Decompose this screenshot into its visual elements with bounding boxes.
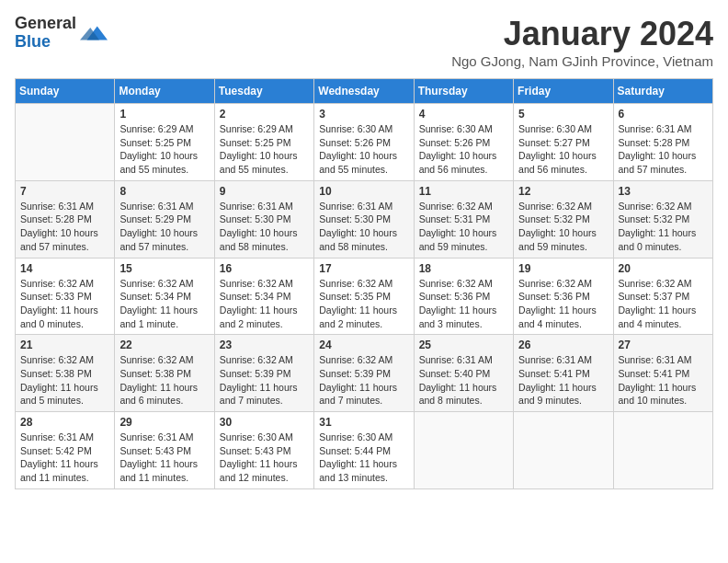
calendar-cell: 7Sunrise: 6:31 AM Sunset: 5:28 PM Daylig… <box>16 180 115 258</box>
day-info: Sunrise: 6:31 AM Sunset: 5:41 PM Dayligh… <box>518 353 608 408</box>
logo-blue-text: Blue <box>15 33 76 52</box>
page-header: General Blue January 2024 Ngo GJong, Nam… <box>15 15 713 69</box>
calendar-cell <box>613 412 712 489</box>
logo: General Blue <box>15 15 108 52</box>
day-number: 21 <box>20 339 109 351</box>
day-info: Sunrise: 6:32 AM Sunset: 5:39 PM Dayligh… <box>220 353 309 408</box>
day-info: Sunrise: 6:32 AM Sunset: 5:38 PM Dayligh… <box>20 353 109 408</box>
day-header-monday: Monday <box>115 79 214 104</box>
day-info: Sunrise: 6:32 AM Sunset: 5:31 PM Dayligh… <box>419 200 508 254</box>
day-number: 3 <box>319 108 408 121</box>
day-info: Sunrise: 6:32 AM Sunset: 5:34 PM Dayligh… <box>220 277 309 331</box>
calendar-cell: 1Sunrise: 6:29 AM Sunset: 5:25 PM Daylig… <box>115 104 214 181</box>
day-number: 26 <box>518 339 608 351</box>
calendar-cell <box>514 412 613 489</box>
month-title: January 2024 <box>451 15 713 53</box>
calendar-cell: 21Sunrise: 6:32 AM Sunset: 5:38 PM Dayli… <box>16 335 115 412</box>
day-number: 23 <box>220 339 309 351</box>
day-info: Sunrise: 6:31 AM Sunset: 5:42 PM Dayligh… <box>20 431 109 485</box>
day-number: 28 <box>20 416 109 429</box>
calendar-cell: 5Sunrise: 6:30 AM Sunset: 5:27 PM Daylig… <box>514 104 613 181</box>
calendar-cell: 30Sunrise: 6:30 AM Sunset: 5:43 PM Dayli… <box>214 412 313 489</box>
calendar-cell: 17Sunrise: 6:32 AM Sunset: 5:35 PM Dayli… <box>314 258 414 335</box>
calendar-cell: 11Sunrise: 6:32 AM Sunset: 5:31 PM Dayli… <box>414 180 513 258</box>
day-number: 18 <box>419 262 508 275</box>
day-info: Sunrise: 6:30 AM Sunset: 5:43 PM Dayligh… <box>220 431 309 485</box>
day-info: Sunrise: 6:31 AM Sunset: 5:30 PM Dayligh… <box>220 200 309 254</box>
calendar-week-row: 14Sunrise: 6:32 AM Sunset: 5:33 PM Dayli… <box>16 258 713 335</box>
calendar-table: SundayMondayTuesdayWednesdayThursdayFrid… <box>15 78 713 489</box>
calendar-cell: 23Sunrise: 6:32 AM Sunset: 5:39 PM Dayli… <box>214 335 313 412</box>
day-info: Sunrise: 6:31 AM Sunset: 5:43 PM Dayligh… <box>119 431 209 485</box>
calendar-cell: 24Sunrise: 6:32 AM Sunset: 5:39 PM Dayli… <box>314 335 414 412</box>
location-text: Ngo GJong, Nam GJinh Province, Vietnam <box>451 53 713 69</box>
day-info: Sunrise: 6:31 AM Sunset: 5:29 PM Dayligh… <box>119 200 209 254</box>
day-header-sunday: Sunday <box>16 79 115 104</box>
day-number: 11 <box>419 185 508 198</box>
calendar-cell: 31Sunrise: 6:30 AM Sunset: 5:44 PM Dayli… <box>314 412 414 489</box>
day-number: 8 <box>119 185 209 198</box>
calendar-cell: 3Sunrise: 6:30 AM Sunset: 5:26 PM Daylig… <box>314 104 414 181</box>
day-info: Sunrise: 6:32 AM Sunset: 5:36 PM Dayligh… <box>419 277 508 331</box>
day-number: 30 <box>220 416 309 429</box>
calendar-cell: 25Sunrise: 6:31 AM Sunset: 5:40 PM Dayli… <box>414 335 513 412</box>
day-header-tuesday: Tuesday <box>214 79 313 104</box>
day-number: 13 <box>619 185 708 198</box>
calendar-week-row: 1Sunrise: 6:29 AM Sunset: 5:25 PM Daylig… <box>16 104 713 181</box>
day-number: 9 <box>220 185 309 198</box>
day-number: 10 <box>319 185 408 198</box>
day-info: Sunrise: 6:31 AM Sunset: 5:28 PM Dayligh… <box>20 200 109 254</box>
calendar-week-row: 7Sunrise: 6:31 AM Sunset: 5:28 PM Daylig… <box>16 180 713 258</box>
day-header-wednesday: Wednesday <box>314 79 414 104</box>
day-info: Sunrise: 6:30 AM Sunset: 5:27 PM Dayligh… <box>518 122 608 177</box>
calendar-cell <box>16 104 115 181</box>
calendar-cell: 19Sunrise: 6:32 AM Sunset: 5:36 PM Dayli… <box>514 258 613 335</box>
calendar-cell: 16Sunrise: 6:32 AM Sunset: 5:34 PM Dayli… <box>214 258 313 335</box>
calendar-cell: 4Sunrise: 6:30 AM Sunset: 5:26 PM Daylig… <box>414 104 513 181</box>
calendar-cell: 10Sunrise: 6:31 AM Sunset: 5:30 PM Dayli… <box>314 180 414 258</box>
day-number: 14 <box>20 262 109 275</box>
day-info: Sunrise: 6:31 AM Sunset: 5:28 PM Dayligh… <box>619 122 708 177</box>
day-info: Sunrise: 6:31 AM Sunset: 5:41 PM Dayligh… <box>619 353 708 408</box>
calendar-cell: 22Sunrise: 6:32 AM Sunset: 5:38 PM Dayli… <box>115 335 214 412</box>
calendar-cell: 29Sunrise: 6:31 AM Sunset: 5:43 PM Dayli… <box>115 412 214 489</box>
calendar-cell: 14Sunrise: 6:32 AM Sunset: 5:33 PM Dayli… <box>16 258 115 335</box>
day-info: Sunrise: 6:29 AM Sunset: 5:25 PM Dayligh… <box>119 122 209 177</box>
day-number: 7 <box>20 185 109 198</box>
day-number: 16 <box>220 262 309 275</box>
day-number: 19 <box>518 262 608 275</box>
day-number: 17 <box>319 262 408 275</box>
calendar-cell: 12Sunrise: 6:32 AM Sunset: 5:32 PM Dayli… <box>514 180 613 258</box>
day-info: Sunrise: 6:32 AM Sunset: 5:34 PM Dayligh… <box>119 277 209 331</box>
day-number: 31 <box>319 416 408 429</box>
day-number: 24 <box>319 339 408 351</box>
day-info: Sunrise: 6:32 AM Sunset: 5:39 PM Dayligh… <box>319 353 408 408</box>
day-number: 12 <box>518 185 608 198</box>
day-info: Sunrise: 6:30 AM Sunset: 5:26 PM Dayligh… <box>419 122 508 177</box>
day-number: 27 <box>619 339 708 351</box>
day-info: Sunrise: 6:32 AM Sunset: 5:37 PM Dayligh… <box>619 277 708 331</box>
day-number: 6 <box>619 108 708 121</box>
calendar-header-row: SundayMondayTuesdayWednesdayThursdayFrid… <box>16 79 713 104</box>
day-info: Sunrise: 6:31 AM Sunset: 5:30 PM Dayligh… <box>319 200 408 254</box>
calendar-cell: 26Sunrise: 6:31 AM Sunset: 5:41 PM Dayli… <box>514 335 613 412</box>
day-number: 29 <box>119 416 209 429</box>
calendar-cell: 27Sunrise: 6:31 AM Sunset: 5:41 PM Dayli… <box>613 335 712 412</box>
day-info: Sunrise: 6:30 AM Sunset: 5:44 PM Dayligh… <box>319 431 408 485</box>
day-number: 22 <box>119 339 209 351</box>
calendar-week-row: 21Sunrise: 6:32 AM Sunset: 5:38 PM Dayli… <box>16 335 713 412</box>
calendar-cell <box>414 412 513 489</box>
calendar-cell: 2Sunrise: 6:29 AM Sunset: 5:25 PM Daylig… <box>214 104 313 181</box>
day-info: Sunrise: 6:32 AM Sunset: 5:32 PM Dayligh… <box>518 200 608 254</box>
day-header-thursday: Thursday <box>414 79 513 104</box>
calendar-cell: 13Sunrise: 6:32 AM Sunset: 5:32 PM Dayli… <box>613 180 712 258</box>
logo-icon <box>80 19 108 47</box>
day-info: Sunrise: 6:32 AM Sunset: 5:36 PM Dayligh… <box>518 277 608 331</box>
day-info: Sunrise: 6:29 AM Sunset: 5:25 PM Dayligh… <box>220 122 309 177</box>
day-number: 25 <box>419 339 508 351</box>
day-number: 20 <box>619 262 708 275</box>
day-info: Sunrise: 6:32 AM Sunset: 5:33 PM Dayligh… <box>20 277 109 331</box>
calendar-week-row: 28Sunrise: 6:31 AM Sunset: 5:42 PM Dayli… <box>16 412 713 489</box>
day-number: 4 <box>419 108 508 121</box>
day-info: Sunrise: 6:32 AM Sunset: 5:35 PM Dayligh… <box>319 277 408 331</box>
